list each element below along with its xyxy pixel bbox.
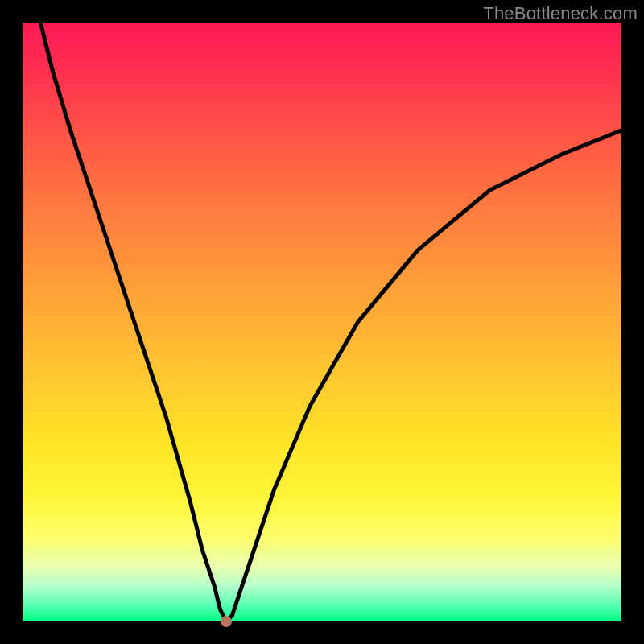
watermark-text: TheBottleneck.com [483,3,638,24]
optimum-marker [221,616,232,627]
bottleneck-curve [23,23,621,621]
plot-area [23,23,621,621]
chart-frame: TheBottleneck.com [0,0,644,644]
